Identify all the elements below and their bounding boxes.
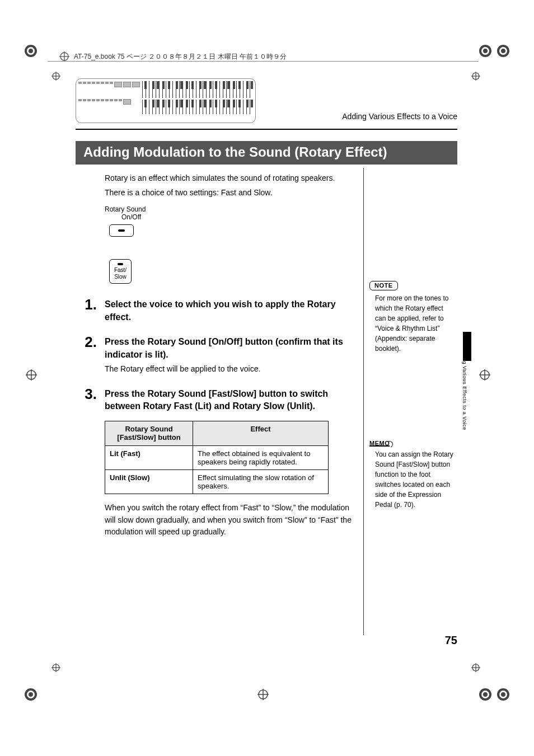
svg-point-14	[483, 692, 488, 697]
fastslow-label-1: Fast/	[114, 267, 127, 274]
reg-mark-tl-inner	[51, 72, 60, 81]
rotary-sound-label-block: Rotary Sound On/Off	[105, 205, 352, 221]
reg-mark-bottom-mid	[257, 689, 269, 700]
memo-text: You can assign the Rotary Sound [Fast/Sl…	[369, 449, 458, 510]
table-header-col1: Rotary Sound [Fast/Slow] button	[105, 421, 193, 445]
memo-badge: MEMO	[369, 440, 390, 447]
file-info-header: AT-75_e.book 75 ページ ２００８年８月２１日 木曜日 午前１０時…	[59, 51, 287, 62]
step-text: The Rotary effect will be applied to the…	[105, 364, 352, 373]
side-column: NOTE For more on the tones to which the …	[363, 168, 458, 594]
section-rule	[76, 129, 457, 130]
reg-mark-left-mid	[26, 369, 37, 381]
svg-point-8	[501, 49, 505, 53]
reg-mark-bl-outer	[24, 687, 38, 702]
button-led-icon	[118, 229, 125, 232]
table-cell-effect: The effect obtained is equivalent to spe…	[193, 445, 329, 469]
table-cell-key: Unlit (Slow)	[105, 469, 193, 494]
memo-block: MEMO You can assign the Rotary Sound [Fa…	[364, 438, 458, 510]
after-table-text: When you switch the rotary effect from “…	[105, 502, 352, 538]
file-info-text: AT-75_e.book 75 ページ ２００８年８月２１日 木曜日 午前１０時…	[74, 52, 287, 62]
running-header: Adding Various Effects to a Voice	[342, 112, 457, 121]
reg-mark-tr-outer	[478, 44, 493, 58]
note-badge: NOTE	[369, 281, 398, 290]
main-column: Rotary is an effect which simulates the …	[76, 168, 352, 594]
svg-point-5	[483, 49, 488, 53]
reg-mark-tl-outer	[24, 44, 38, 58]
reg-mark-tr-inner	[471, 72, 480, 81]
rotary-onoff-button	[109, 224, 134, 237]
step-title: Select the voice to which you wish to ap…	[105, 298, 352, 323]
page-number: 75	[445, 634, 457, 647]
fastslow-label-2: Slow	[114, 274, 127, 280]
step-number: 2.	[76, 334, 97, 373]
reg-mark-br-outer2	[496, 687, 510, 702]
crosshair-icon	[59, 51, 69, 62]
table-header-col2: Effect	[193, 421, 329, 445]
table-cell-effect: Effect simulating the slow rotation of s…	[193, 469, 329, 494]
rotary-sound-label: Rotary Sound	[105, 205, 352, 213]
reg-mark-bl-inner	[51, 663, 60, 672]
reg-mark-right-mid	[479, 369, 490, 381]
keyboard-diagram	[76, 78, 256, 123]
header-rule	[48, 61, 479, 62]
rotary-fastslow-button: Fast/ Slow	[109, 259, 132, 284]
section-heading: Adding Modulation to the Sound (Rotary E…	[76, 141, 457, 165]
table-row: Lit (Fast) The effect obtained is equiva…	[105, 445, 329, 469]
intro-line2: There is a choice of two settings: Fast …	[105, 187, 352, 199]
step-title: Press the Rotary Sound [On/Off] button (…	[105, 336, 352, 361]
intro-line1: Rotary is an effect which simulates the …	[105, 172, 352, 185]
reg-mark-br-outer	[478, 687, 493, 702]
step-number: 3.	[76, 386, 97, 413]
step-3: 3. Press the Rotary Sound [Fast/Slow] bu…	[76, 386, 352, 413]
svg-point-17	[501, 692, 505, 697]
step-1: 1. Select the voice to which you wish to…	[76, 296, 352, 323]
step-2: 2. Press the Rotary Sound [On/Off] butto…	[76, 334, 352, 373]
reg-mark-tr-outer2	[496, 44, 510, 58]
note-block: NOTE For more on the tones to which the …	[364, 280, 458, 354]
step-number: 1.	[76, 296, 97, 323]
vertical-running-header: Adding Various Effects to a Voice	[462, 347, 467, 430]
reg-mark-br-inner	[471, 663, 480, 672]
button-led-icon	[118, 263, 123, 265]
svg-point-11	[29, 692, 33, 697]
table-row: Unlit (Slow) Effect simulating the slow …	[105, 469, 329, 494]
note-text: For more on the tones to which the Rotar…	[369, 293, 458, 354]
svg-point-2	[29, 49, 33, 53]
effects-table: Rotary Sound [Fast/Slow] button Effect L…	[105, 421, 329, 494]
step-title: Press the Rotary Sound [Fast/Slow] butto…	[105, 388, 352, 413]
rotary-onoff-label: On/Off	[121, 213, 352, 221]
table-cell-key: Lit (Fast)	[105, 445, 193, 469]
table-header-row: Rotary Sound [Fast/Slow] button Effect	[105, 421, 329, 445]
